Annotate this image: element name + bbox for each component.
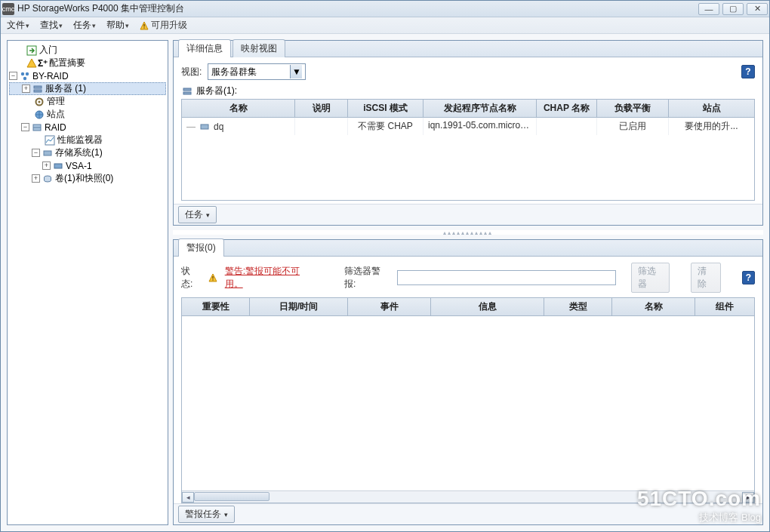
col-site[interactable]: 站点 <box>669 100 754 117</box>
expand-icon[interactable]: + <box>32 174 40 183</box>
server-icon <box>199 121 211 133</box>
status-warning-link[interactable]: 警告:警报可能不可用。 <box>225 265 313 291</box>
servers-icon <box>32 83 44 95</box>
tree-intro[interactable]: 入门 <box>9 44 166 57</box>
filter-button: 筛选器 <box>631 263 670 293</box>
alarms-table[interactable]: 重要性 日期/时间 事件 信息 类型 名称 组件 ◂ ▸ <box>181 297 755 503</box>
help-button[interactable]: ? <box>742 271 755 284</box>
svg-rect-23 <box>212 276 213 278</box>
help-button[interactable]: ? <box>741 65 755 78</box>
servers-icon <box>181 85 193 97</box>
expand-icon[interactable]: + <box>42 161 51 170</box>
view-select[interactable]: 服务器群集 ▼ <box>208 63 306 80</box>
col-datetime[interactable]: 日期/时间 <box>250 298 348 315</box>
svg-point-5 <box>21 72 24 75</box>
col-iscsi[interactable]: iSCSI 模式 <box>348 100 424 117</box>
col-name[interactable]: 名称 <box>182 100 295 117</box>
nav-tree[interactable]: 入门 Σ⁺配置摘要 −BY-RAID +服务器 (1) 管理 站点 −RAID … <box>7 40 168 525</box>
col-comp[interactable]: 组件 <box>695 298 754 315</box>
close-button[interactable]: ✕ <box>747 3 768 15</box>
svg-rect-2 <box>143 27 144 28</box>
col-desc[interactable]: 说明 <box>295 100 348 117</box>
svg-point-11 <box>38 100 41 103</box>
scroll-thumb[interactable] <box>194 492 270 501</box>
app-logo-icon: cmc <box>2 3 14 15</box>
minimize-button[interactable]: — <box>698 3 719 15</box>
node-icon <box>52 160 64 172</box>
col-event[interactable]: 事件 <box>348 298 431 315</box>
svg-rect-21 <box>201 125 208 129</box>
menu-help[interactable]: 帮助▾ <box>106 19 129 32</box>
svg-point-6 <box>26 72 29 75</box>
alarm-tasks-button[interactable]: 警报任务▾ <box>178 506 235 523</box>
tasks-button[interactable]: 任务▾ <box>178 206 217 223</box>
warning-icon <box>208 273 217 282</box>
titlebar: cmc HP StorageWorks P4000 集中管理控制台 — ▢ ✕ <box>1 1 769 17</box>
raid-icon <box>31 121 43 134</box>
svg-point-7 <box>23 76 26 79</box>
details-panel: 详细信息 映射视图 视图: 服务器群集 ▼ ? <box>173 40 763 226</box>
chevron-down-icon: ▼ <box>290 65 302 78</box>
h-scrollbar[interactable]: ◂ ▸ <box>182 490 754 503</box>
gear-icon <box>33 96 45 108</box>
collapse-icon[interactable]: − <box>32 149 40 157</box>
tree-volumes[interactable]: +卷(1)和快照(0) <box>9 172 166 185</box>
tree-by-raid[interactable]: −BY-RAID <box>9 69 166 82</box>
svg-rect-8 <box>34 86 42 88</box>
sigma-icon <box>26 57 38 69</box>
col-chap[interactable]: CHAP 名称 <box>537 100 597 117</box>
upgrade-indicator[interactable]: 可用升级 <box>140 19 187 32</box>
servers-count-label: 服务器(1): <box>196 85 237 97</box>
col-name2[interactable]: 名称 <box>612 298 695 315</box>
svg-rect-20 <box>183 92 191 94</box>
scroll-right-icon[interactable]: ▸ <box>742 492 754 503</box>
menu-file[interactable]: 文件▾ <box>7 19 29 32</box>
alarms-panel: 警报(0) 状态: 警告:警报可能不可用。 筛选器警报: 筛选器 清除 ? <box>173 239 763 525</box>
collapse-icon[interactable]: − <box>21 123 29 131</box>
cluster-icon <box>19 70 31 82</box>
menu-find[interactable]: 查找▾ <box>40 19 63 32</box>
tab-details[interactable]: 详细信息 <box>178 39 231 57</box>
col-initiator[interactable]: 发起程序节点名称 <box>424 100 537 117</box>
table-row[interactable]: —dq 不需要 CHAP iqn.1991-05.com.micros... 已… <box>182 118 754 135</box>
maximize-button[interactable]: ▢ <box>722 3 744 15</box>
chart-icon <box>44 134 56 146</box>
volume-icon <box>42 173 54 185</box>
tree-storage-sys[interactable]: −存储系统(1) <box>9 146 166 159</box>
filter-input[interactable] <box>397 270 616 285</box>
warning-icon <box>140 21 149 30</box>
servers-table[interactable]: 名称 说明 iSCSI 模式 发起程序节点名称 CHAP 名称 负载平衡 站点 … <box>181 99 755 201</box>
app-window: cmc HP StorageWorks P4000 集中管理控制台 — ▢ ✕ … <box>0 0 770 532</box>
top-tabs: 详细信息 映射视图 <box>174 41 762 57</box>
menu-tasks[interactable]: 任务▾ <box>73 19 96 32</box>
svg-rect-1 <box>143 24 144 26</box>
splitter[interactable]: ▴▴▴▴▴▴▴▴▴▴▴ <box>173 230 763 235</box>
menubar: 文件▾ 查找▾ 任务▾ 帮助▾ 可用升级 <box>1 17 769 34</box>
tree-servers[interactable]: +服务器 (1) <box>9 82 166 95</box>
col-type[interactable]: 类型 <box>544 298 612 315</box>
clear-button: 清除 <box>691 263 722 293</box>
tree-vsa[interactable]: +VSA-1 <box>9 159 166 172</box>
storage-icon <box>42 147 54 159</box>
tree-perf-monitor[interactable]: 性能监视器 <box>9 134 166 146</box>
tree-raid[interactable]: −RAID <box>9 121 166 134</box>
tab-mapview[interactable]: 映射视图 <box>233 39 285 57</box>
globe-icon <box>33 109 45 121</box>
col-info[interactable]: 信息 <box>431 298 544 315</box>
collapse-icon[interactable]: − <box>9 72 17 80</box>
svg-rect-24 <box>212 279 213 280</box>
svg-rect-17 <box>54 164 62 168</box>
tree-config-summary[interactable]: Σ⁺配置摘要 <box>9 57 166 69</box>
tree-sites[interactable]: 站点 <box>9 108 166 121</box>
expand-icon[interactable]: + <box>22 85 30 93</box>
svg-marker-4 <box>27 59 36 67</box>
window-title: HP StorageWorks P4000 集中管理控制台 <box>17 2 698 15</box>
svg-rect-19 <box>183 88 191 91</box>
scroll-left-icon[interactable]: ◂ <box>182 492 194 503</box>
tree-management[interactable]: 管理 <box>9 95 166 108</box>
col-lb[interactable]: 负载平衡 <box>597 100 669 117</box>
view-label: 视图: <box>181 66 202 78</box>
status-label: 状态: <box>181 265 201 291</box>
tab-alarms[interactable]: 警报(0) <box>178 238 224 257</box>
col-severity[interactable]: 重要性 <box>182 298 250 315</box>
